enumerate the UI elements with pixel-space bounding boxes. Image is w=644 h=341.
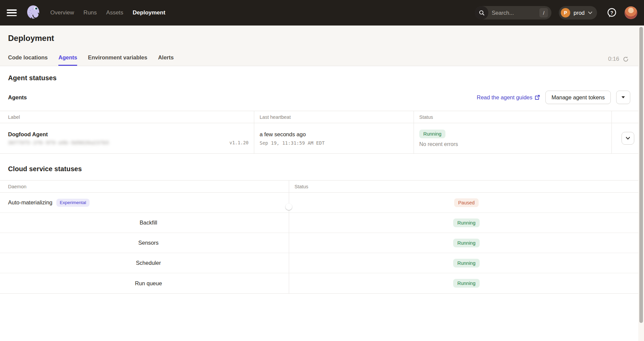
daemon-status-cell: Running bbox=[289, 233, 638, 253]
running-status-badge: Running bbox=[453, 259, 479, 267]
col-header-actions bbox=[612, 111, 638, 123]
deployment-tabs: Code locations Agents Environment variab… bbox=[0, 51, 638, 66]
refresh-countdown: 0:16 bbox=[608, 56, 619, 62]
tab-environment-variables[interactable]: Environment variables bbox=[88, 51, 147, 66]
cloud-services-table: Daemon Status Auto-materializing Experim… bbox=[0, 180, 638, 294]
col-header-label: Label bbox=[0, 111, 254, 123]
col-header-status: Status bbox=[414, 111, 612, 123]
running-status-badge: Running bbox=[453, 218, 479, 227]
col-header-last-heartbeat: Last heartbeat bbox=[254, 111, 414, 123]
agent-version: v1.1.20 bbox=[229, 140, 249, 145]
daemon-cell-auto-materializing: Auto-materializing Experimental bbox=[0, 193, 289, 213]
daemon-name: Auto-materializing bbox=[8, 199, 52, 206]
cloud-service-statuses-heading: Cloud service statuses bbox=[8, 165, 630, 173]
search-bar[interactable]: / bbox=[475, 6, 551, 19]
refresh-icon[interactable] bbox=[623, 56, 629, 62]
nav-overview[interactable]: Overview bbox=[50, 9, 74, 16]
user-avatar[interactable] bbox=[625, 6, 637, 19]
agent-actions-dropdown-button[interactable] bbox=[616, 91, 630, 104]
agent-id-redacted: 36f79f5-2f6-9f9-a9b-9d9020a237b5 bbox=[8, 140, 229, 145]
scrollbar-track bbox=[638, 26, 644, 341]
agent-status-badge: Running bbox=[419, 130, 445, 138]
org-avatar: P bbox=[561, 8, 570, 17]
daemon-cell-run-queue: Run queue bbox=[0, 273, 289, 293]
tab-agents[interactable]: Agents bbox=[58, 51, 77, 66]
daemon-name: Sensors bbox=[138, 240, 159, 246]
hamburger-menu-icon[interactable] bbox=[7, 8, 17, 17]
agent-name: Dogfood Agent bbox=[8, 131, 254, 138]
agent-guides-link[interactable]: Read the agent guides bbox=[477, 94, 540, 101]
org-name: prod bbox=[574, 10, 585, 16]
nav-deployment[interactable]: Deployment bbox=[133, 9, 165, 16]
help-icon[interactable]: ? bbox=[606, 7, 617, 18]
top-nav: Overview Runs Assets Deployment bbox=[50, 9, 165, 16]
dagster-logo[interactable] bbox=[25, 4, 42, 21]
manage-agent-tokens-button[interactable]: Manage agent tokens bbox=[545, 91, 611, 104]
external-link-icon bbox=[535, 95, 540, 100]
paused-status-badge: Paused bbox=[454, 198, 479, 207]
col-header-daemon: Daemon bbox=[0, 181, 289, 193]
daemon-status-cell: Running bbox=[289, 273, 638, 293]
col-header-daemon-status: Status bbox=[289, 181, 638, 193]
chevron-down-icon bbox=[588, 11, 592, 14]
caret-down-icon bbox=[622, 96, 625, 98]
daemon-name: Backfill bbox=[140, 220, 157, 226]
running-status-badge: Running bbox=[453, 279, 479, 288]
agents-subheading: Agents bbox=[8, 94, 27, 101]
topbar: Overview Runs Assets Deployment / P prod… bbox=[0, 0, 644, 26]
daemon-status-cell: Running bbox=[289, 213, 638, 233]
page-title: Deployment bbox=[0, 26, 638, 43]
agent-row-expand-cell bbox=[612, 123, 638, 153]
daemon-name: Scheduler bbox=[136, 260, 161, 266]
agent-status-detail: No recent errors bbox=[419, 141, 611, 147]
daemon-cell-scheduler: Scheduler bbox=[0, 253, 289, 273]
daemon-status-cell: Paused bbox=[289, 193, 638, 213]
nav-assets[interactable]: Assets bbox=[106, 9, 123, 16]
main-content: Agent statuses Agents Read the agent gui… bbox=[0, 66, 638, 294]
tab-alerts[interactable]: Alerts bbox=[158, 51, 174, 66]
agent-status-cell: Running No recent errors bbox=[414, 123, 612, 153]
daemon-cell-backfill: Backfill bbox=[0, 213, 289, 233]
running-status-badge: Running bbox=[453, 239, 479, 247]
agent-statuses-heading: Agent statuses bbox=[8, 74, 630, 82]
agent-row-expand-button[interactable] bbox=[622, 132, 634, 145]
nav-runs[interactable]: Runs bbox=[84, 9, 97, 16]
search-icon bbox=[475, 6, 488, 19]
daemon-cell-sensors: Sensors bbox=[0, 233, 289, 253]
page-header: Deployment Code locations Agents Environ… bbox=[0, 26, 638, 66]
org-switcher[interactable]: P prod bbox=[559, 6, 597, 19]
heartbeat-timestamp: Sep 19, 11:31:59 AM EDT bbox=[260, 140, 414, 146]
toggle-knob bbox=[285, 203, 292, 210]
agents-table: Label Last heartbeat Status Dogfood Agen… bbox=[0, 111, 638, 154]
daemon-status-cell: Running bbox=[289, 253, 638, 273]
scrollbar-thumb[interactable] bbox=[639, 27, 643, 323]
chevron-down-icon bbox=[626, 137, 630, 140]
heartbeat-relative: a few seconds ago bbox=[260, 131, 414, 138]
agent-heartbeat-cell: a few seconds ago Sep 19, 11:31:59 AM ED… bbox=[254, 123, 414, 153]
svg-text:?: ? bbox=[610, 10, 613, 15]
octopus-mascot-icon bbox=[25, 4, 42, 21]
search-shortcut-badge: / bbox=[539, 8, 548, 17]
experimental-badge: Experimental bbox=[56, 199, 90, 207]
tab-code-locations[interactable]: Code locations bbox=[8, 51, 48, 66]
search-input[interactable] bbox=[492, 10, 539, 16]
agent-label-cell: Dogfood Agent 36f79f5-2f6-9f9-a9b-9d9020… bbox=[0, 123, 254, 153]
daemon-name: Run queue bbox=[135, 280, 162, 287]
agent-guides-link-label: Read the agent guides bbox=[477, 94, 532, 101]
